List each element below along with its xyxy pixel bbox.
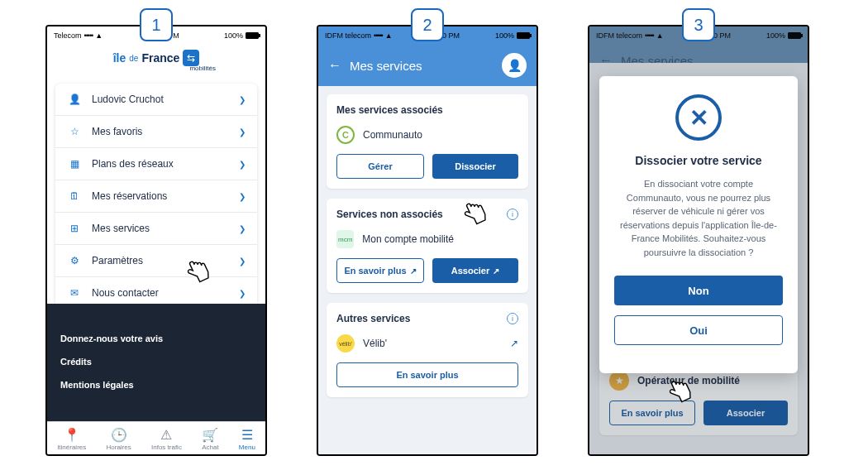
footer-link-feedback[interactable]: Donnez-nous votre avis (60, 333, 252, 343)
nav-menu[interactable]: ☰ Menu (239, 427, 255, 451)
section-title: Autres services (336, 313, 410, 324)
card-associated-services: Mes services associés C Communauto Gérer… (327, 94, 528, 189)
back-arrow-icon[interactable]: ← (328, 58, 341, 73)
user-icon: 👤 (67, 94, 82, 105)
brand-header: îledeFrance ⇆ mobilités (47, 45, 265, 79)
cart-icon: 🛒 (202, 427, 218, 443)
calendar-icon: 🗓 (67, 190, 82, 202)
battery-label: 100% (224, 31, 243, 40)
close-circle-icon: ✕ (675, 94, 722, 141)
clock-icon: 🕒 (107, 427, 131, 443)
header: ← Mes services 👤 (318, 45, 537, 86)
info-icon[interactable]: i (507, 209, 518, 220)
btn-label: Associer (451, 266, 489, 276)
mail-icon: ✉ (67, 287, 82, 299)
menu-item-profile[interactable]: 👤 Ludovic Cruchot ❯ (55, 84, 257, 116)
dialog-yes-button[interactable]: Oui (614, 315, 783, 345)
external-link-icon: ↗ (493, 266, 499, 276)
hamburger-icon: ☰ (239, 427, 255, 443)
footer-link-legal[interactable]: Mentions légales (60, 380, 252, 390)
chevron-right-icon: ❯ (239, 127, 246, 137)
add-square-icon: ⊞ (67, 223, 82, 234)
step-badge: 2 (411, 8, 444, 41)
service-name: Mon compte mobilité (362, 233, 454, 245)
carrier-label: Telecom (54, 31, 82, 40)
learn-more-button[interactable]: En savoir plus ↗ (336, 258, 424, 283)
brand-france: France (141, 51, 179, 65)
nav-label: Achat (202, 444, 218, 451)
menu-item-label: Ludovic Cruchot (92, 94, 239, 105)
brand-de: de (129, 54, 138, 63)
carrier-label: IDFM telecom (325, 31, 371, 40)
card-other-services: Autres services i vélib' Vélib' ↗ En sav… (327, 303, 528, 397)
menu-item-favoris[interactable]: ☆ Mes favoris ❯ (55, 116, 257, 148)
star-icon: ☆ (67, 126, 82, 137)
btn-label: En savoir plus (344, 266, 406, 276)
external-link-icon: ↗ (410, 266, 417, 276)
network-icon: ▦ (67, 158, 82, 170)
external-link-icon[interactable]: ↗ (510, 338, 518, 349)
step-badge: 3 (682, 8, 715, 41)
nav-label: Menu (239, 444, 255, 451)
signal-dots-icon: ••••• (374, 31, 383, 40)
warning-icon: ⚠ (151, 427, 182, 443)
gear-icon: ⚙ (67, 255, 82, 266)
phone-screen-1: Telecom ••••• ▲ 12:00 PM 100% îledeFranc… (45, 25, 267, 456)
service-row-communauto: C Communauto (336, 126, 518, 144)
nav-horaires[interactable]: 🕒 Horaires (107, 427, 131, 451)
dialog-no-button[interactable]: Non (614, 276, 783, 305)
dialog-heading: Dissocier votre service (614, 154, 783, 167)
service-name: Communauto (363, 129, 422, 141)
section-title: Mes services associés (336, 104, 443, 116)
info-icon[interactable]: i (507, 313, 518, 324)
menu-card: 👤 Ludovic Cruchot ❯ ☆ Mes favoris ❯ ▦ Pl… (55, 84, 257, 309)
menu-item-reservations[interactable]: 🗓 Mes réservations ❯ (55, 180, 257, 213)
menu-item-label: Nous contacter (92, 287, 239, 299)
chevron-right-icon: ❯ (239, 224, 246, 233)
menu-item-label: Mes favoris (92, 126, 239, 137)
signal-dots-icon: ••••• (84, 31, 93, 40)
profile-button[interactable]: 👤 (502, 53, 527, 78)
service-row-velib: vélib' Vélib' ↗ (336, 334, 518, 353)
associate-button[interactable]: Associer ↗ (432, 258, 518, 283)
dialog-body: En dissociant votre compte Communauto, v… (614, 177, 783, 259)
battery-label: 100% (495, 31, 514, 40)
step-badge: 1 (140, 8, 173, 41)
nav-trafic[interactable]: ⚠ Infos trafic (151, 427, 182, 451)
dissociate-button[interactable]: Dissocier (432, 154, 518, 179)
footer-panel: Donnez-nous votre avis Crédits Mentions … (47, 304, 265, 421)
nav-achat[interactable]: 🛒 Achat (202, 427, 218, 451)
battery-icon (517, 32, 530, 39)
service-row-mcm: mcm Mon compte mobilité (336, 230, 518, 248)
user-icon: 👤 (508, 59, 522, 72)
menu-item-label: Mes réservations (92, 190, 239, 202)
bottom-nav: 📍 Itinéraires 🕒 Horaires ⚠ Infos trafic … (47, 421, 265, 454)
chevron-right-icon: ❯ (239, 192, 246, 201)
scroll-area[interactable]: Mes services associés C Communauto Gérer… (318, 86, 537, 454)
menu-item-label: Mes services (92, 223, 239, 234)
nav-itineraires[interactable]: 📍 Itinéraires (57, 427, 86, 451)
menu-item-plans[interactable]: ▦ Plans des réseaux ❯ (55, 148, 257, 180)
pin-icon: 📍 (57, 427, 86, 443)
footer-link-credits[interactable]: Crédits (60, 357, 252, 367)
section-title: Services non associés (336, 209, 443, 220)
menu-item-label: Paramètres (92, 255, 239, 266)
card-unassociated-services: Services non associés i mcm Mon compte m… (327, 199, 528, 293)
nav-label: Horaires (107, 444, 131, 451)
brand-logo-icon: ⇆ (183, 50, 199, 66)
menu-item-parametres[interactable]: ⚙ Paramètres ❯ (55, 245, 257, 277)
learn-more-button[interactable]: En savoir plus (336, 362, 518, 387)
wifi-icon: ▲ (385, 31, 393, 40)
chevron-right-icon: ❯ (239, 160, 246, 169)
nav-label: Infos trafic (151, 444, 182, 451)
phone-screen-3: IDFM telecom ••••• ▲ 12:00 PM 100% ← Mes… (588, 25, 809, 456)
brand-ile: île (113, 51, 126, 65)
wifi-icon: ▲ (95, 31, 103, 40)
page-title: Mes services (350, 59, 494, 73)
velib-icon: vélib' (336, 334, 355, 353)
mcm-icon: mcm (336, 230, 354, 248)
communauto-icon: C (336, 126, 355, 144)
menu-item-services[interactable]: ⊞ Mes services ❯ (55, 213, 257, 245)
service-name: Vélib' (363, 338, 387, 349)
manage-button[interactable]: Gérer (336, 154, 424, 179)
